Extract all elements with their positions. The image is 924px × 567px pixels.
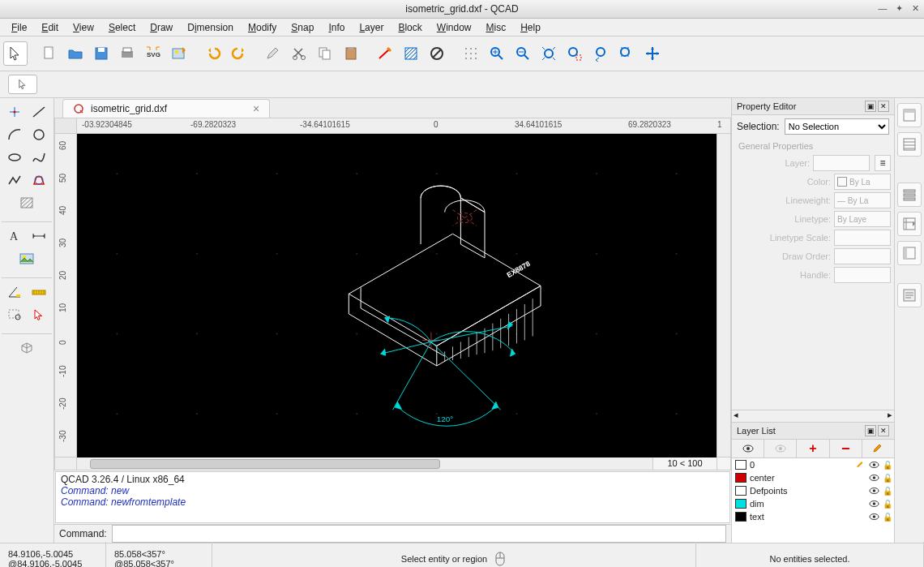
layer-panel-close-icon[interactable]: ✕ xyxy=(878,425,889,436)
layer-row[interactable]: center🔓 xyxy=(732,471,894,484)
command-input[interactable] xyxy=(112,525,726,543)
linetype-field[interactable]: By Laye xyxy=(834,211,891,227)
layer-add-button[interactable]: + xyxy=(797,440,829,457)
layer-show-all-button[interactable] xyxy=(732,440,764,457)
layer-menu-icon[interactable]: ≡ xyxy=(875,155,891,171)
tool-hatch[interactable] xyxy=(15,192,38,213)
handle-field[interactable] xyxy=(834,267,891,283)
tool-measure-dist[interactable] xyxy=(28,281,50,303)
menu-help[interactable]: Help xyxy=(514,20,547,35)
zoom-extents-button[interactable] xyxy=(537,41,561,66)
tool-ellipse[interactable] xyxy=(3,147,26,168)
dock-button-1[interactable] xyxy=(897,103,922,127)
layer-panel-dock-icon[interactable]: ▣ xyxy=(865,425,876,436)
lineweight-field[interactable]: — By La xyxy=(834,192,891,208)
eye-icon[interactable] xyxy=(869,513,879,521)
save-button[interactable] xyxy=(89,41,113,66)
menu-draw[interactable]: Draw xyxy=(143,20,179,35)
dock-button-5[interactable] xyxy=(897,241,922,265)
tool-point[interactable] xyxy=(3,101,26,122)
layer-row[interactable]: dim🔓 xyxy=(732,497,894,510)
grid-button[interactable] xyxy=(459,41,483,66)
dock-button-6[interactable] xyxy=(897,283,922,307)
print-button[interactable] xyxy=(115,41,139,66)
minimize-button[interactable]: — xyxy=(877,2,888,14)
tool-isometric[interactable] xyxy=(15,337,38,359)
tool-spline[interactable] xyxy=(28,147,50,168)
pan-button[interactable] xyxy=(640,41,665,66)
menu-snap[interactable]: Snap xyxy=(284,20,320,35)
zoom-out-button[interactable] xyxy=(511,41,535,66)
eye-icon[interactable] xyxy=(869,487,879,495)
tool-select-area[interactable] xyxy=(3,304,26,325)
color-field[interactable]: By La xyxy=(834,174,891,190)
layer-row[interactable]: Defpoints🔓 xyxy=(732,484,894,497)
zoom-in-button[interactable] xyxy=(485,41,509,66)
menu-info[interactable]: Info xyxy=(322,20,351,35)
layer-hide-all-button[interactable] xyxy=(764,440,797,457)
selection-dropdown[interactable]: No Selection xyxy=(785,118,889,135)
edit-button[interactable] xyxy=(261,41,285,66)
zoom-window-button[interactable] xyxy=(614,41,639,66)
lock-icon[interactable]: 🔓 xyxy=(883,474,891,483)
lock-icon[interactable]: 🔓 xyxy=(883,461,891,470)
layer-field[interactable] xyxy=(813,155,870,171)
close-window-button[interactable]: ✕ xyxy=(909,2,921,14)
eye-icon[interactable] xyxy=(869,474,879,482)
tool-polyline[interactable] xyxy=(3,170,26,191)
menu-select[interactable]: Select xyxy=(102,20,142,35)
menu-layer[interactable]: Layer xyxy=(353,20,390,35)
dock-button-2[interactable] xyxy=(897,132,922,157)
horizontal-scrollbar[interactable] xyxy=(77,457,653,470)
pointer-mode-button[interactable] xyxy=(8,75,37,94)
document-tab[interactable]: isometric_grid.dxf × xyxy=(62,99,270,118)
tool-arc[interactable] xyxy=(3,124,26,145)
panel-close-icon[interactable]: ✕ xyxy=(878,101,889,112)
lock-icon[interactable]: 🔓 xyxy=(883,513,891,522)
layer-row[interactable]: 0🔓 xyxy=(732,458,894,471)
lock-icon[interactable]: 🔓 xyxy=(883,500,891,509)
export-image-button[interactable] xyxy=(167,41,191,66)
new-file-button[interactable] xyxy=(37,41,62,66)
draw-order-field[interactable] xyxy=(834,248,891,264)
eye-icon[interactable] xyxy=(869,500,879,508)
tool-polygon[interactable] xyxy=(28,170,50,191)
pointer-tool-button[interactable] xyxy=(3,41,28,66)
menu-view[interactable]: View xyxy=(66,20,101,35)
drawing-canvas[interactable]: EX8878 120° xyxy=(77,134,717,457)
menu-edit[interactable]: Edit xyxy=(35,20,65,35)
zoom-indicator[interactable]: 10 < 100 xyxy=(653,457,717,470)
tool-measure-angle[interactable] xyxy=(3,281,26,303)
linetype-scale-field[interactable] xyxy=(834,230,891,246)
tool-line[interactable] xyxy=(28,101,50,122)
tab-close-button[interactable]: × xyxy=(253,102,259,115)
layer-edit-button[interactable] xyxy=(862,440,894,457)
hatch-button[interactable] xyxy=(399,41,423,66)
menu-window[interactable]: Window xyxy=(430,20,478,35)
menu-file[interactable]: File xyxy=(5,20,33,35)
eye-icon[interactable] xyxy=(869,461,879,469)
copy-button[interactable] xyxy=(313,41,337,66)
redo-button[interactable] xyxy=(227,41,251,66)
paste-button[interactable] xyxy=(339,41,363,66)
tool-dimension[interactable] xyxy=(28,226,50,247)
open-file-button[interactable] xyxy=(63,41,88,66)
export-svg-button[interactable]: SVG xyxy=(141,41,165,66)
menu-block[interactable]: Block xyxy=(391,20,428,35)
vertical-scrollbar[interactable] xyxy=(717,134,731,457)
tool-circle[interactable] xyxy=(28,124,50,145)
menu-dimension[interactable]: Dimension xyxy=(181,20,240,35)
menu-misc[interactable]: Misc xyxy=(479,20,512,35)
layer-row[interactable]: text🔓 xyxy=(732,510,894,523)
draw-line-button[interactable] xyxy=(373,41,397,66)
undo-button[interactable] xyxy=(201,41,225,66)
dock-button-4[interactable] xyxy=(897,212,922,236)
menu-modify[interactable]: Modify xyxy=(242,20,283,35)
maximize-button[interactable]: ✦ xyxy=(893,2,905,14)
tool-image[interactable] xyxy=(15,248,38,269)
layer-remove-button[interactable]: − xyxy=(830,440,862,457)
no-hatch-button[interactable] xyxy=(425,41,449,66)
cut-button[interactable] xyxy=(287,41,311,66)
tool-select-pointer[interactable] xyxy=(28,304,50,325)
panel-dock-icon[interactable]: ▣ xyxy=(865,101,876,112)
